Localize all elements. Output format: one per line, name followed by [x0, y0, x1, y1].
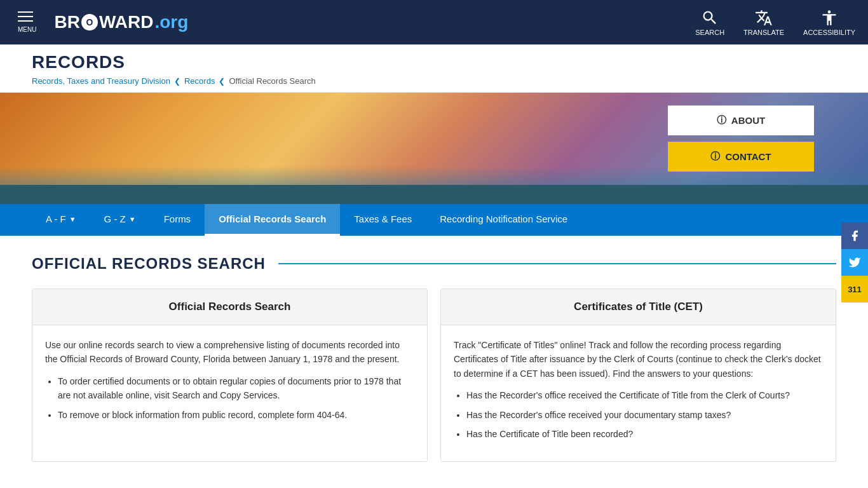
nav-item-official-records-search[interactable]: Official Records Search [205, 204, 340, 236]
nav-item-gz[interactable]: G - Z ▼ [90, 204, 150, 236]
logo[interactable]: BR O WARD .org [54, 12, 188, 32]
menu-button[interactable]: MENU [13, 6, 41, 38]
accessibility-icon [820, 9, 838, 27]
chevron-down-icon: ▼ [129, 215, 136, 223]
breadcrumb-sep-2: ❮ [219, 77, 225, 86]
nav-item-recording-notification[interactable]: Recording Notification Service [426, 204, 581, 236]
menu-label: MENU [18, 26, 36, 33]
card-body-1: Use our online records search to view a … [32, 325, 427, 442]
hero-buttons: ⓘ ABOUT ⓘ CONTACT [668, 105, 814, 172]
card-paragraph-1: Use our online records search to view a … [45, 338, 414, 367]
nav-item-taxes-fees[interactable]: Taxes & Fees [340, 204, 426, 236]
translate-icon [755, 9, 773, 27]
list-item: Has the Recorder's office received your … [466, 408, 823, 422]
hero-image: ⓘ ABOUT ⓘ CONTACT [0, 93, 868, 204]
facebook-icon [848, 229, 861, 242]
breadcrumb-current: Official Records Search [229, 76, 315, 86]
search-icon [701, 9, 719, 27]
breadcrumb: Records, Taxes and Treasury Division ❮ R… [32, 72, 836, 92]
card-title-1: Official Records Search [45, 301, 414, 313]
nav-item-forms[interactable]: Forms [150, 204, 205, 236]
card-title-2: Certificates of Title (CET) [454, 301, 823, 313]
twitter-icon [848, 256, 861, 269]
311-button[interactable]: 311 [841, 276, 868, 302]
accessibility-button[interactable]: ACCESSIBILITY [803, 9, 855, 36]
contact-button[interactable]: ⓘ CONTACT [668, 142, 814, 172]
nav-bar: A - F ▼ G - Z ▼ Forms Official Records S… [0, 204, 868, 236]
cards-grid: Official Records Search Use our online r… [32, 288, 836, 462]
header-right: SEARCH TRANSLATE ACCESSIBILITY [695, 9, 855, 36]
logo-ward: WARD [99, 12, 154, 32]
search-button[interactable]: SEARCH [695, 9, 724, 36]
list-item: Has the Certificate of Title been record… [466, 427, 823, 441]
card-header-1: Official Records Search [32, 289, 427, 325]
list-item: To order certified documents or to obtai… [58, 374, 414, 403]
card-paragraph-2: Track "Certificate of Titles" online! Tr… [454, 338, 823, 381]
list-item: To remove or block information from publ… [58, 408, 414, 422]
header-left: MENU BR O WARD .org [13, 6, 188, 38]
page-title-bar: RECORDS Records, Taxes and Treasury Divi… [0, 44, 868, 93]
logo-dot-org: .org [154, 12, 188, 32]
breadcrumb-sep-1: ❮ [174, 77, 180, 86]
search-label: SEARCH [695, 29, 724, 36]
twitter-button[interactable] [841, 249, 868, 276]
nav-item-af[interactable]: A - F ▼ [32, 204, 90, 236]
header: MENU BR O WARD .org SEARCH TRANSLATE ACC… [0, 0, 868, 44]
section-title: OFFICIAL RECORDS SEARCH [32, 255, 836, 273]
about-label: ABOUT [731, 115, 765, 126]
translate-label: TRANSLATE [743, 29, 784, 36]
breadcrumb-link-1[interactable]: Records, Taxes and Treasury Division [32, 76, 170, 86]
page-title: RECORDS [32, 52, 836, 72]
card-header-2: Certificates of Title (CET) [441, 289, 836, 325]
breadcrumb-link-2[interactable]: Records [184, 76, 215, 86]
accessibility-label: ACCESSIBILITY [803, 29, 855, 36]
logo-circle: O [81, 14, 98, 30]
card-official-records: Official Records Search Use our online r… [32, 288, 428, 462]
logo-br: BR [54, 12, 79, 32]
chevron-down-icon: ▼ [69, 215, 76, 223]
card-body-2: Track "Certificate of Titles" online! Tr… [441, 325, 836, 461]
main-content: OFFICIAL RECORDS SEARCH Official Records… [0, 236, 868, 481]
about-icon: ⓘ [717, 114, 726, 126]
card-list-2: Has the Recorder's office received the C… [454, 388, 823, 441]
social-sidebar: 311 [841, 222, 868, 302]
card-list-1: To order certified documents or to obtai… [45, 374, 414, 422]
card-cet: Certificates of Title (CET) Track "Certi… [440, 288, 836, 462]
311-label: 311 [848, 285, 862, 294]
about-button[interactable]: ⓘ ABOUT [668, 105, 814, 135]
contact-label: CONTACT [725, 151, 771, 162]
list-item: Has the Recorder's office received the C… [466, 388, 823, 402]
translate-button[interactable]: TRANSLATE [743, 9, 784, 36]
facebook-button[interactable] [841, 222, 868, 249]
contact-icon: ⓘ [710, 151, 720, 163]
